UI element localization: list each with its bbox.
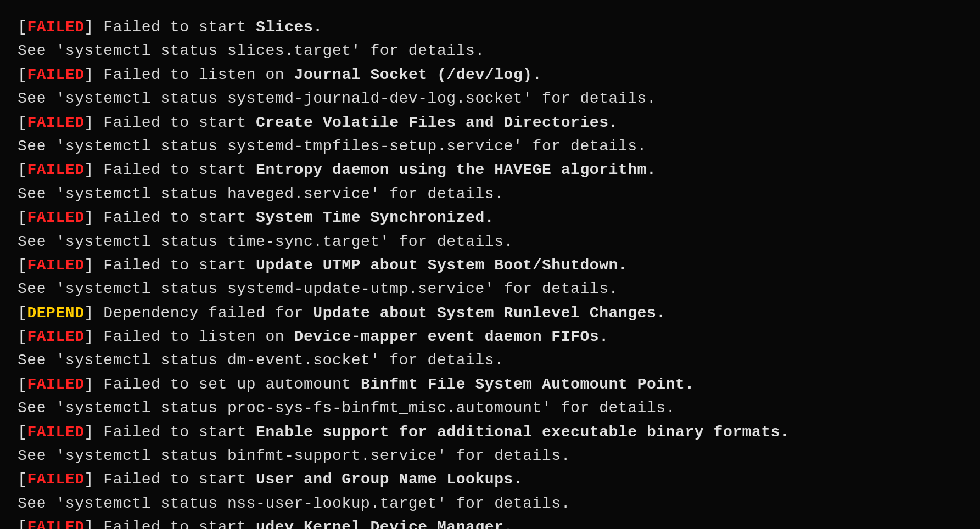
line-text-before: Failed to start: [94, 468, 256, 491]
bracket-close: ]: [85, 206, 94, 229]
failed-tag: FAILED: [27, 420, 84, 444]
bracket-close: ]: [85, 158, 94, 182]
terminal-line: [FAILED] Failed to start Slices.: [18, 15, 962, 39]
terminal-line: See 'systemctl status binfmt-support.ser…: [18, 444, 962, 468]
bracket-close: ]: [85, 373, 94, 396]
line-text-before: Failed to start: [94, 254, 256, 277]
terminal-line: [FAILED] Failed to listen on Journal Soc…: [18, 63, 962, 87]
failed-tag: FAILED: [27, 206, 84, 229]
failed-tag: FAILED: [27, 63, 84, 87]
line-text-before: Failed to start: [94, 111, 256, 134]
line-text: See 'systemctl status slices.target' for…: [18, 39, 485, 63]
failed-tag: FAILED: [27, 158, 84, 182]
bracket-close: ]: [85, 325, 94, 348]
depend-tag: DEPEND: [27, 301, 84, 325]
line-text-bold: Journal Socket (/dev/log).: [294, 63, 542, 87]
bracket-close: ]: [85, 111, 94, 134]
line-text-bold: User and Group Name Lookups.: [256, 468, 523, 491]
line-text-before: Failed to listen on: [94, 63, 294, 87]
line-text-bold: Binfmt File System Automount Point.: [361, 373, 695, 396]
failed-tag: FAILED: [27, 15, 84, 39]
terminal-output: [FAILED] Failed to start Slices.See 'sys…: [0, 0, 980, 529]
line-text-before: Failed to listen on: [94, 325, 294, 348]
line-text: See 'systemctl status binfmt-support.ser…: [18, 444, 570, 468]
line-text-before: Failed to set up automount: [94, 373, 361, 396]
failed-tag: FAILED: [27, 468, 84, 491]
terminal-line: See 'systemctl status slices.target' for…: [18, 39, 962, 63]
terminal-line: [FAILED] Failed to start udev Kernel Dev…: [18, 515, 962, 529]
bracket-open: [: [18, 468, 27, 491]
failed-tag: FAILED: [27, 111, 84, 134]
terminal-line: See 'systemctl status time-sync.target' …: [18, 230, 962, 254]
terminal-line: See 'systemctl status systemd-update-utm…: [18, 277, 962, 301]
line-text-bold: Slices.: [256, 15, 323, 39]
bracket-close: ]: [85, 515, 94, 529]
terminal-line: See 'systemctl status nss-user-lookup.ta…: [18, 492, 962, 515]
line-text-bold: System Time Synchronized.: [256, 206, 494, 229]
terminal-line: [FAILED] Failed to start User and Group …: [18, 468, 962, 491]
line-text: See 'systemctl status haveged.service' f…: [18, 182, 504, 206]
bracket-open: [: [18, 515, 27, 529]
line-text-before: Dependency failed for: [94, 301, 313, 325]
line-text-before: Failed to start: [94, 206, 256, 229]
line-text: See 'systemctl status systemd-tmpfiles-s…: [18, 134, 647, 158]
line-text: See 'systemctl status proc-sys-fs-binfmt…: [18, 396, 675, 420]
bracket-open: [: [18, 206, 27, 229]
bracket-open: [: [18, 63, 27, 87]
line-text-bold: Entropy daemon using the HAVEGE algorith…: [256, 158, 656, 182]
failed-tag: FAILED: [27, 373, 84, 396]
bracket-close: ]: [85, 15, 94, 39]
terminal-line: See 'systemctl status haveged.service' f…: [18, 182, 962, 206]
line-text-before: Failed to start: [94, 15, 256, 39]
terminal-line: [FAILED] Failed to start System Time Syn…: [18, 206, 962, 229]
terminal-line: See 'systemctl status proc-sys-fs-binfmt…: [18, 396, 962, 420]
bracket-open: [: [18, 15, 27, 39]
bracket-close: ]: [85, 63, 94, 87]
line-text-bold: Update about System Runlevel Changes.: [313, 301, 665, 325]
failed-tag: FAILED: [27, 254, 84, 277]
bracket-open: [: [18, 301, 27, 325]
terminal-line: [FAILED] Failed to listen on Device-mapp…: [18, 325, 962, 348]
bracket-open: [: [18, 325, 27, 348]
bracket-close: ]: [85, 301, 94, 325]
terminal-line: [FAILED] Failed to start Enable support …: [18, 420, 962, 444]
line-text-before: Failed to start: [94, 158, 256, 182]
line-text: See 'systemctl status systemd-update-utm…: [18, 277, 618, 301]
failed-tag: FAILED: [27, 515, 84, 529]
bracket-close: ]: [85, 420, 94, 444]
bracket-open: [: [18, 373, 27, 396]
line-text-bold: Create Volatile Files and Directories.: [256, 111, 618, 134]
terminal-line: See 'systemctl status systemd-journald-d…: [18, 87, 962, 110]
bracket-open: [: [18, 158, 27, 182]
bracket-open: [: [18, 420, 27, 444]
failed-tag: FAILED: [27, 325, 84, 348]
bracket-open: [: [18, 254, 27, 277]
line-text-bold: Device-mapper event daemon FIFOs.: [294, 325, 609, 348]
line-text-bold: Enable support for additional executable…: [256, 420, 789, 444]
terminal-line: [FAILED] Failed to start Update UTMP abo…: [18, 254, 962, 277]
terminal-line: [FAILED] Failed to set up automount Binf…: [18, 373, 962, 396]
line-text: See 'systemctl status systemd-journald-d…: [18, 87, 656, 110]
terminal-line: [FAILED] Failed to start Entropy daemon …: [18, 158, 962, 182]
bracket-close: ]: [85, 254, 94, 277]
bracket-open: [: [18, 111, 27, 134]
line-text: See 'systemctl status nss-user-lookup.ta…: [18, 492, 570, 515]
terminal-line: See 'systemctl status dm-event.socket' f…: [18, 348, 962, 372]
line-text-before: Failed to start: [94, 515, 256, 529]
line-text-bold: Update UTMP about System Boot/Shutdown.: [256, 254, 628, 277]
terminal-line: [FAILED] Failed to start Create Volatile…: [18, 111, 962, 134]
line-text: See 'systemctl status dm-event.socket' f…: [18, 348, 504, 372]
bracket-close: ]: [85, 468, 94, 491]
line-text: See 'systemctl status time-sync.target' …: [18, 230, 513, 254]
terminal-line: See 'systemctl status systemd-tmpfiles-s…: [18, 134, 962, 158]
line-text-before: Failed to start: [94, 420, 256, 444]
line-text-bold: udev Kernel Device Manager.: [256, 515, 513, 529]
terminal-line: [DEPEND] Dependency failed for Update ab…: [18, 301, 962, 325]
